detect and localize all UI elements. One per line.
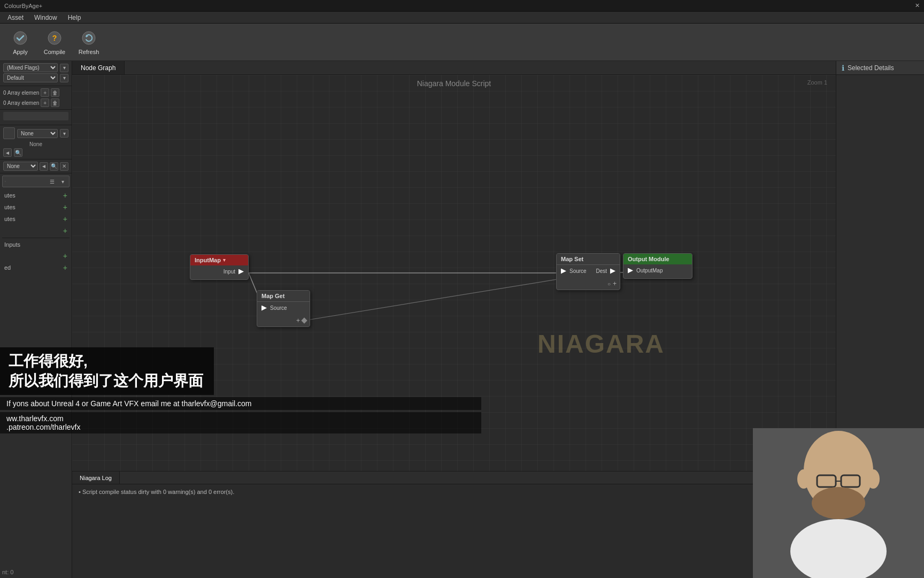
menu-asset[interactable]: Asset bbox=[2, 13, 29, 22]
node-inputmap: InputMap ▾ Input bbox=[190, 254, 249, 280]
nav-clear-btn[interactable]: ✕ bbox=[60, 162, 68, 171]
array-add-2[interactable]: + bbox=[41, 98, 49, 107]
node-outputmodule-body: OutputMap bbox=[623, 264, 692, 278]
node-mapget-footer: + bbox=[257, 316, 310, 326]
title-bar: ColourByAge+ ✕ bbox=[0, 0, 924, 12]
list-group-header-ed[interactable]: ed + bbox=[2, 263, 70, 272]
apply-label: Apply bbox=[13, 49, 28, 55]
svg-text:?: ? bbox=[52, 34, 57, 42]
mapget-diamond-icon bbox=[301, 317, 307, 323]
search-input[interactable] bbox=[8, 179, 45, 185]
sidebar-none-section: None ▾ None ◄ 🔍 bbox=[0, 125, 72, 159]
list-group-empty: + bbox=[2, 226, 70, 235]
list-group-header-empty[interactable]: + bbox=[2, 226, 70, 235]
list-group-header-utes-2[interactable]: utes + bbox=[2, 202, 70, 212]
node-outputmodule-header: Output Module bbox=[623, 254, 692, 264]
menu-bar: Asset Window Help bbox=[0, 12, 924, 24]
list-group-header-utes-3[interactable]: utes + bbox=[2, 214, 70, 224]
apply-icon bbox=[12, 29, 29, 47]
add-btn-empty-2[interactable]: + bbox=[63, 252, 67, 260]
menu-help[interactable]: Help bbox=[63, 13, 87, 22]
outputmodule-pin-label: OutputMap bbox=[636, 268, 663, 273]
compile-button[interactable]: ? Compile bbox=[38, 26, 71, 58]
toolbar: Apply ? Compile Refresh bbox=[0, 24, 924, 61]
inputmap-pin[interactable] bbox=[238, 269, 244, 275]
svg-point-19 bbox=[867, 469, 880, 489]
default-settings-btn[interactable]: ▾ bbox=[60, 74, 68, 82]
refresh-label: Refresh bbox=[79, 49, 99, 55]
list-group-header-inputs[interactable]: Inputs bbox=[2, 240, 70, 249]
search-options-btn[interactable]: ▾ bbox=[58, 177, 67, 186]
none-dropdown-2[interactable]: None bbox=[3, 162, 38, 171]
add-btn-utes-1[interactable]: + bbox=[63, 192, 67, 199]
sidebar-color-section bbox=[0, 110, 72, 125]
mapset-dest-pin[interactable] bbox=[610, 269, 615, 274]
node-mapset-header: Map Set bbox=[557, 254, 620, 265]
node-mapset-body: Source Dest bbox=[557, 265, 620, 279]
subtitle-english-line1: If yons about Unreal 4 or Game Art VFX e… bbox=[0, 397, 481, 410]
list-group-utes-2: utes + bbox=[2, 202, 70, 212]
add-btn-utes-3[interactable]: + bbox=[63, 215, 67, 223]
array-elements-1: 0 Array elemen bbox=[3, 90, 39, 96]
sidebar-flags-section: (Mixed Flags) ▾ Default ▾ bbox=[0, 61, 72, 86]
svg-point-18 bbox=[797, 469, 810, 489]
apply-button[interactable]: Apply bbox=[4, 26, 36, 58]
zoom-indicator: Zoom 1 bbox=[807, 79, 827, 86]
log-tab[interactable]: Niagara Log bbox=[72, 471, 120, 484]
search-sm-btn[interactable]: 🔍 bbox=[14, 148, 22, 157]
svg-line-9 bbox=[294, 273, 596, 322]
add-btn-ed[interactable]: + bbox=[63, 264, 67, 271]
mapget-pin[interactable] bbox=[261, 306, 267, 311]
sidebar-array-section: 0 Array elemen + 🗑 0 Array elemen + 🗑 bbox=[0, 86, 72, 110]
node-mapset-footer: ○ + bbox=[557, 279, 620, 290]
list-group-empty-2: + bbox=[2, 251, 70, 261]
sidebar-search-section: None ◄ 🔍 ✕ bbox=[0, 159, 72, 173]
svg-point-16 bbox=[812, 487, 865, 519]
flags-dropdown[interactable]: (Mixed Flags) bbox=[3, 63, 58, 72]
left-sidebar: (Mixed Flags) ▾ Default ▾ 0 Array elemen… bbox=[0, 61, 72, 578]
log-bullet: • bbox=[79, 489, 82, 495]
outputmodule-pin-row: OutputMap bbox=[628, 268, 688, 273]
back-btn[interactable]: ◄ bbox=[3, 148, 12, 157]
refresh-button[interactable]: Refresh bbox=[73, 26, 105, 58]
color-gradient-bar bbox=[3, 112, 68, 120]
mapget-pin-label: Source bbox=[270, 305, 287, 311]
log-content: • Script compile status dirty with 0 war… bbox=[72, 484, 836, 499]
node-outputmodule-title: Output Module bbox=[628, 256, 669, 262]
array-remove-1[interactable]: 🗑 bbox=[51, 88, 59, 97]
svg-point-0 bbox=[14, 32, 27, 44]
compile-icon: ? bbox=[46, 29, 63, 47]
mapget-add-btn[interactable]: + bbox=[296, 317, 300, 324]
bottom-counter: nt: 0 bbox=[2, 569, 13, 575]
list-group-header-empty-2[interactable]: + bbox=[2, 251, 70, 261]
node-mapget: Map Get Source + bbox=[257, 290, 310, 327]
array-remove-2[interactable]: 🗑 bbox=[51, 98, 59, 107]
add-btn-utes-2[interactable]: + bbox=[63, 203, 67, 211]
none-label: None bbox=[3, 141, 68, 147]
array-add-1[interactable]: + bbox=[41, 88, 49, 97]
array-elements-2: 0 Array elemen bbox=[3, 100, 39, 106]
mapset-add-btn[interactable]: + bbox=[613, 280, 617, 287]
node-graph-tab[interactable]: Node Graph bbox=[72, 61, 125, 74]
close-button[interactable]: ✕ bbox=[915, 2, 920, 9]
nav-search-btn[interactable]: 🔍 bbox=[50, 162, 58, 171]
list-group-ed: ed + bbox=[2, 263, 70, 272]
add-btn-empty[interactable]: + bbox=[63, 227, 67, 234]
svg-line-6 bbox=[5, 181, 6, 182]
section-divider bbox=[2, 238, 70, 238]
flags-settings-btn[interactable]: ▾ bbox=[60, 64, 68, 72]
node-mapget-title: Map Get bbox=[261, 293, 284, 299]
none-dropdown[interactable]: None bbox=[17, 129, 58, 138]
list-group-header-utes-1[interactable]: utes + bbox=[2, 191, 70, 200]
title-bar-text: ColourByAge+ bbox=[4, 3, 42, 9]
right-panel-title: Selected Details bbox=[848, 64, 894, 72]
mapset-source-pin[interactable] bbox=[561, 269, 566, 274]
menu-window[interactable]: Window bbox=[29, 13, 63, 22]
outputmodule-pin[interactable] bbox=[628, 268, 633, 273]
list-group-inputs: Inputs bbox=[2, 240, 70, 249]
none-settings-btn[interactable]: ▾ bbox=[60, 129, 68, 138]
nav-back-btn[interactable]: ◄ bbox=[40, 162, 48, 171]
webcam-person-icon bbox=[753, 428, 924, 578]
default-dropdown[interactable]: Default bbox=[3, 73, 58, 82]
search-view-toggle[interactable]: ☰ bbox=[48, 177, 56, 186]
